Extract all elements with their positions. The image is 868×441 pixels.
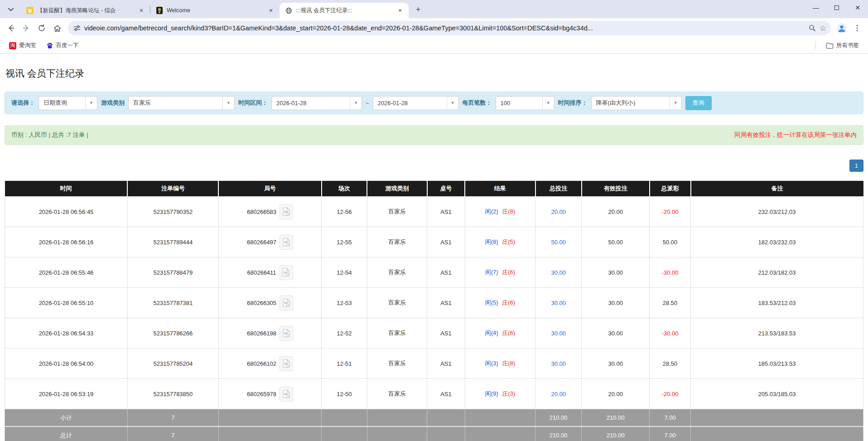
cell-bet-id: 523157787381 — [127, 288, 218, 318]
tab-close-icon[interactable]: × — [267, 6, 275, 15]
game-type-value: 百家乐 — [129, 99, 222, 107]
page-1-button[interactable]: 1 — [849, 160, 863, 172]
forward-button[interactable] — [19, 21, 34, 35]
header-bet-id: 注单编号 — [127, 181, 218, 197]
cell-payout: -30.00 — [650, 318, 691, 349]
cell-time: 2026-01-28 06:56:45 — [5, 197, 128, 227]
header-round: 局号 — [218, 181, 321, 197]
result-banker: 庄(8) — [502, 208, 515, 215]
cell-session: 12-56 — [322, 197, 367, 227]
video-replay-button[interactable] — [280, 265, 293, 280]
cell-session: 12-50 — [322, 379, 367, 409]
cell-total-bet[interactable]: 30.00 — [535, 288, 582, 318]
tab-title: 【新提醒】海燕策略论坛 - 综合 — [37, 7, 134, 15]
browser-tab-betrecord-active[interactable]: :::视讯 会员下注纪录::: × — [280, 3, 409, 18]
date-start-select[interactable]: 2026-01-28 ▼ — [271, 96, 362, 110]
cell-bet-id: 523157783850 — [127, 379, 218, 409]
page-title: 视讯 会员下注纪录 — [5, 67, 863, 80]
close-button[interactable]: ✕ — [847, 0, 868, 15]
cell-bet-id: 523157790352 — [127, 197, 218, 227]
cell-note: 185.03/213.53 — [691, 349, 863, 379]
browser-tab-welcome[interactable]: Welcome × — [150, 3, 280, 18]
result-player: 闲(3) — [485, 360, 498, 367]
cell-total-bet[interactable]: 20.00 — [535, 197, 582, 227]
cell-valid-bet: 30.00 — [582, 257, 650, 288]
chevron-down-icon: ▼ — [85, 97, 97, 110]
table-row: 2026-01-28 06:54:33 523157786266 6802661… — [5, 318, 863, 349]
cell-valid-bet: 20.00 — [582, 197, 650, 227]
video-replay-button[interactable] — [280, 296, 293, 310]
cell-round: 680266497 — [218, 227, 321, 257]
video-replay-button[interactable] — [280, 326, 293, 341]
cell-total-bet[interactable]: 30.00 — [535, 318, 582, 349]
result-player: 闲(7) — [485, 269, 498, 276]
site-info-icon[interactable] — [73, 24, 81, 32]
tab-close-icon[interactable]: × — [396, 6, 404, 15]
globe-icon — [285, 7, 292, 14]
tab-close-icon[interactable]: × — [137, 6, 145, 15]
cell-game-type: 百家乐 — [367, 197, 427, 227]
cell-table: AS1 — [427, 288, 465, 318]
cell-total-bet[interactable]: 30.00 — [535, 257, 582, 288]
page-size-select[interactable]: 100 ▼ — [496, 96, 555, 110]
browser-menu-button[interactable] — [850, 21, 864, 35]
cell-result: 闲(5) 庄(6) — [465, 288, 535, 318]
date-end-select[interactable]: 2026-01-28 ▼ — [373, 96, 459, 110]
cell-table: AS1 — [427, 227, 465, 257]
bookmark-star-icon[interactable]: ☆ — [820, 24, 826, 33]
result-player: 闲(8) — [485, 238, 498, 245]
minimize-button[interactable]: — — [805, 0, 826, 15]
back-button[interactable] — [4, 21, 18, 35]
cell-payout: 28.50 — [650, 288, 691, 318]
result-player: 闲(5) — [485, 299, 498, 306]
profile-avatar[interactable] — [834, 21, 849, 35]
cell-payout: -20.00 — [650, 379, 691, 409]
taobao-icon: 淘 — [9, 42, 16, 49]
cell-table: AS1 — [427, 318, 465, 349]
reload-button[interactable] — [34, 21, 49, 35]
browser-tab-forum[interactable]: 【新提醒】海燕策略论坛 - 综合 × — [21, 3, 150, 18]
cell-payout: 28.50 — [650, 349, 691, 379]
cell-time: 2026-01-28 06:53:19 — [5, 379, 128, 409]
cell-total-bet[interactable]: 20.00 — [535, 379, 582, 409]
tab-search-button[interactable] — [5, 3, 17, 16]
cell-session: 12-51 — [322, 349, 367, 379]
home-button[interactable] — [50, 21, 64, 35]
query-type-select[interactable]: 日期查询 ▼ — [39, 96, 97, 110]
video-file-icon — [283, 389, 290, 398]
cell-payout: -20.00 — [650, 197, 691, 227]
round-id: 680266411 — [247, 269, 276, 276]
bookmark-baidu[interactable]: 百度一下 — [43, 40, 82, 51]
cell-total-bet[interactable]: 50.00 — [535, 227, 582, 257]
header-note: 备注 — [691, 181, 863, 197]
total-label: 总计 — [5, 426, 128, 441]
video-replay-button[interactable] — [280, 235, 293, 250]
cell-result: 闲(9) 庄(3) — [465, 379, 535, 409]
sort-order-select[interactable]: 降幂(由大到小) ▼ — [591, 96, 682, 110]
result-banker: 庄(5) — [502, 238, 515, 245]
new-tab-button[interactable]: + — [412, 4, 424, 15]
table-row: 2026-01-28 06:56:45 523157790352 6802665… — [5, 197, 863, 227]
cell-round: 680266411 — [218, 257, 321, 288]
result-banker: 庄(8) — [502, 360, 515, 367]
address-bar[interactable]: videoie.com/game/betrecord_search/kind3?… — [68, 21, 831, 35]
video-replay-button[interactable] — [280, 204, 293, 219]
date-range-separator: ~ — [366, 100, 369, 107]
chevron-down-icon — [8, 6, 14, 13]
video-file-icon — [283, 237, 290, 247]
zoom-icon[interactable] — [809, 24, 816, 32]
bookmark-taobao[interactable]: 淘 爱淘宝 — [5, 40, 40, 51]
cell-note: 232.03/212.03 — [691, 197, 863, 227]
video-replay-button[interactable] — [280, 387, 293, 402]
video-replay-button[interactable] — [280, 356, 293, 371]
all-bookmarks-button[interactable]: 所有书签 — [822, 40, 863, 51]
url-text[interactable]: videoie.com/game/betrecord_search/kind3?… — [84, 24, 805, 32]
subtotal-row: 小计 7 210.00 210.00 7.00 — [5, 409, 863, 427]
cell-game-type: 百家乐 — [367, 227, 427, 257]
search-button[interactable]: 查询 — [685, 96, 712, 110]
cell-valid-bet: 30.00 — [582, 318, 650, 349]
game-type-select[interactable]: 百家乐 ▼ — [128, 96, 235, 110]
cell-time: 2026-01-28 06:55:10 — [5, 288, 128, 318]
maximize-button[interactable] — [826, 0, 847, 15]
cell-total-bet[interactable]: 30.00 — [535, 349, 582, 379]
